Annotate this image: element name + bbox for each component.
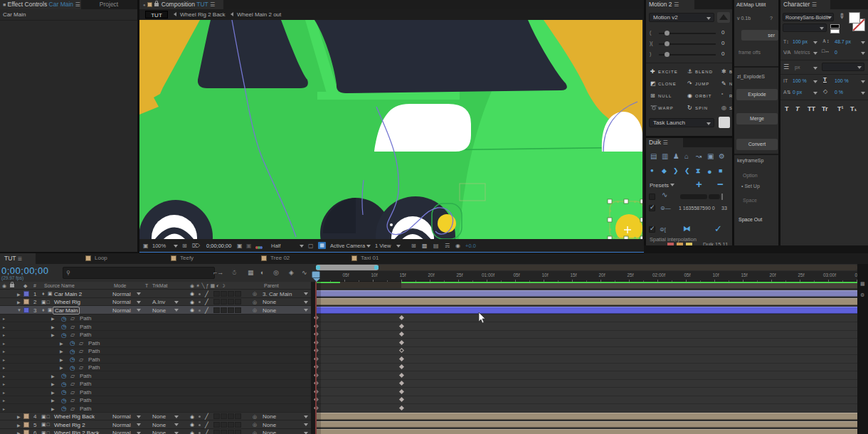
- property-row[interactable]: ▸▶◷▱Path: [0, 371, 311, 380]
- stopwatch-icon[interactable]: ◷: [61, 372, 66, 379]
- property-row[interactable]: ▸▶◷▱Path: [0, 355, 311, 364]
- trkmat-value[interactable]: None: [152, 413, 166, 420]
- property-name[interactable]: Path: [80, 332, 91, 338]
- channels-icon[interactable]: [255, 244, 263, 250]
- keyframe-navigator-icon[interactable]: ▸: [3, 398, 5, 403]
- header-mode[interactable]: Mode: [114, 283, 127, 288]
- char-leading-value[interactable]: 48.7 px: [835, 39, 851, 44]
- timeline-timecode[interactable]: 0;00;00;00: [1, 265, 48, 276]
- switch-cell[interactable]: [228, 307, 234, 313]
- motion-slider-handle[interactable]: [665, 41, 669, 46]
- faux-italic-button[interactable]: T: [795, 105, 800, 112]
- label-color-box[interactable]: [23, 299, 29, 305]
- switch-cell[interactable]: [213, 430, 220, 434]
- label-color-box[interactable]: [23, 422, 29, 428]
- label-color-box[interactable]: [23, 307, 29, 313]
- keyframe-diamond[interactable]: [398, 356, 403, 361]
- duik-ease-icon[interactable]: ∿: [662, 191, 667, 199]
- twirl-icon[interactable]: ▶: [51, 332, 55, 337]
- duik-checkbox-3[interactable]: ✓: [649, 226, 655, 233]
- char-kerning-value[interactable]: Metrics: [794, 50, 810, 55]
- header-parent[interactable]: Parent: [264, 283, 279, 288]
- panel-menu-icon[interactable]: ☰: [674, 1, 679, 8]
- header-trkmat[interactable]: TrkMat: [152, 283, 168, 288]
- char-tsume-value[interactable]: 0 %: [835, 90, 843, 95]
- solo-dot-icon[interactable]: [199, 424, 201, 426]
- brainstorm-icon[interactable]: ◎: [273, 269, 279, 276]
- layer-duration-bar[interactable]: [316, 290, 857, 297]
- panel-menu-icon[interactable]: ☰: [662, 139, 667, 146]
- eye-icon[interactable]: ◉: [190, 307, 194, 313]
- header-source-name[interactable]: Source Name: [44, 283, 75, 288]
- layer-name[interactable]: Wheel Rig 2: [54, 422, 85, 428]
- scroll-icon[interactable]: ⚙: [860, 292, 864, 298]
- keyframe-navigator-icon[interactable]: ▸: [3, 381, 5, 386]
- comp-camera-value[interactable]: Active Camera: [330, 243, 365, 249]
- keyframe-diamond[interactable]: [398, 348, 403, 353]
- property-name[interactable]: Path: [80, 406, 91, 412]
- trkmat-value[interactable]: None: [152, 307, 166, 314]
- motion-slider-value[interactable]: 0: [721, 29, 724, 36]
- work-area-strip[interactable]: [316, 282, 857, 288]
- eye-icon[interactable]: ◉: [190, 430, 194, 434]
- switch-cell[interactable]: [221, 291, 227, 297]
- stopwatch-icon[interactable]: ◷: [70, 356, 75, 363]
- trkmat-caret-icon[interactable]: [174, 309, 179, 312]
- mode-value[interactable]: Normal: [112, 291, 131, 297]
- motion-slider-handle[interactable]: [665, 52, 669, 57]
- duik-camera-icon[interactable]: ▣: [707, 152, 714, 160]
- layer-duration-bar[interactable]: [316, 307, 857, 314]
- switch-cell[interactable]: [228, 430, 234, 434]
- layer-row[interactable]: ▶6▣□Wheel Rig 2 BackNormalNone◉╱◎None: [0, 429, 311, 434]
- twirl-icon[interactable]: ▶: [17, 414, 21, 419]
- camera-caret-icon[interactable]: [366, 245, 371, 248]
- black-chip[interactable]: [830, 24, 840, 28]
- pixel-aspect-icon[interactable]: ⊞: [411, 243, 416, 249]
- layer-name[interactable]: Car Main: [53, 307, 80, 315]
- keyframe-navigator-icon[interactable]: ▸: [3, 316, 5, 321]
- stopwatch-icon[interactable]: ◷: [61, 315, 66, 322]
- motion-blur-icon[interactable]: ◐: [260, 269, 264, 276]
- composition-mini-flowchart-icon[interactable]: ⌐→: [213, 269, 223, 276]
- duik-presets-label[interactable]: Presets: [650, 182, 674, 189]
- mode-value[interactable]: Normal: [112, 413, 131, 420]
- motion-preset-dropdown[interactable]: Motion v2: [649, 13, 714, 22]
- keyframe-navigator-icon[interactable]: ▸: [3, 357, 5, 362]
- header-t[interactable]: T: [145, 283, 148, 288]
- duik-checkbox-2[interactable]: ✓: [649, 205, 655, 211]
- parent-value[interactable]: None: [263, 422, 276, 428]
- twirl-icon[interactable]: ▶: [51, 381, 55, 386]
- property-row[interactable]: ▸▶◷▱Path: [0, 380, 311, 388]
- aemap-setup-radio[interactable]: • Set Up: [741, 184, 760, 189]
- tab-effect-controls[interactable]: ■ Effect Controls Car Main ☰: [0, 0, 81, 9]
- switch-cell[interactable]: [235, 291, 241, 297]
- mode-caret-icon[interactable]: [137, 423, 141, 426]
- switch-cell[interactable]: [221, 430, 227, 434]
- aemap-convert-button[interactable]: Convert: [736, 139, 778, 150]
- duik-rig-icon[interactable]: ▤: [650, 152, 657, 160]
- parent-caret-icon[interactable]: [304, 423, 308, 426]
- layer-row[interactable]: ▶2▣□Wheel RigNormalA.Inv◉╱◎None: [0, 298, 311, 307]
- duik-structure-icon[interactable]: ⌂: [684, 152, 689, 160]
- trkmat-caret-icon[interactable]: [174, 416, 179, 418]
- small-caps-button[interactable]: Tr: [822, 105, 828, 112]
- stopwatch-icon[interactable]: ◷: [70, 364, 75, 371]
- duik-hourglass-icon[interactable]: ⧓: [683, 224, 691, 233]
- switch-cell[interactable]: [228, 413, 234, 419]
- kf-dot-icon[interactable]: ●: [650, 167, 654, 174]
- switch-cell[interactable]: [213, 291, 220, 297]
- tab-project[interactable]: Project: [84, 0, 134, 9]
- property-name[interactable]: Path: [88, 340, 100, 346]
- property-name[interactable]: Path: [80, 381, 91, 387]
- header-number[interactable]: #: [33, 283, 36, 288]
- eye-icon[interactable]: ◉: [190, 300, 194, 305]
- twirl-icon[interactable]: ▶: [60, 349, 63, 354]
- kf-easeout-icon[interactable]: ❮: [684, 167, 690, 174]
- switch-cell[interactable]: [235, 413, 241, 419]
- switch-cell[interactable]: [221, 299, 227, 305]
- layer-name[interactable]: Car Main 2: [54, 291, 82, 297]
- graph-editor-icon[interactable]: ∿: [302, 269, 307, 276]
- property-name[interactable]: Path: [80, 324, 91, 330]
- mode-caret-icon[interactable]: [137, 416, 141, 418]
- mode-value[interactable]: Normal: [112, 422, 131, 428]
